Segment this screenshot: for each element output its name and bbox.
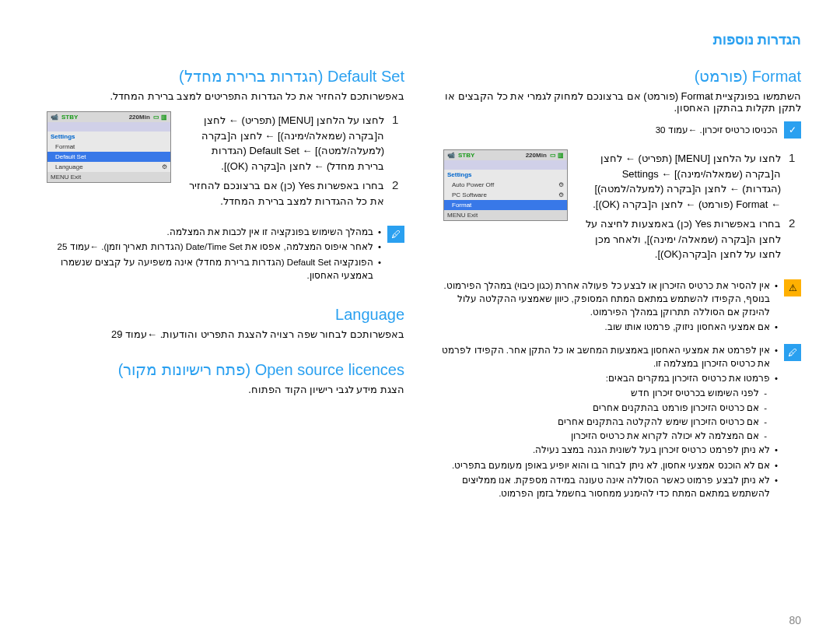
time-label: 220Min <box>526 152 547 159</box>
screen-item: Auto Power Off⚙ <box>444 180 567 190</box>
screen-item: Format <box>47 142 170 152</box>
format-step2: בחרו באפשרות Yes (כן) באמצעות לחיצה על ל… <box>582 216 781 262</box>
camera-screen-default: 📹 STBY 220Min ▭ ▥ Settings Format Defaul… <box>47 111 171 183</box>
default-step1: לחצו על הלחצן [MENU] (תפריט) ← לחצן ה[בק… <box>185 113 384 174</box>
screen-side: Settings <box>444 170 567 180</box>
note-text: הכניסו כרטיס זיכרון. ←עמוד 30 <box>656 125 778 135</box>
card-icon: ▭ ▥ <box>153 114 167 121</box>
screen-icon: 📹 <box>447 152 455 159</box>
stby-label: STBY <box>458 152 474 159</box>
time-label: 220Min <box>129 114 150 121</box>
warning-text: •אין להסיר את כרטיס הזיכרון או לבצע כל פ… <box>436 279 778 336</box>
step-number: 2 <box>392 178 404 209</box>
licences-title: Open source licences (פתח רישיונות מקור) <box>39 360 404 379</box>
screen-exit: MENU Exit <box>444 210 567 220</box>
stby-label: STBY <box>61 114 78 121</box>
step-number: 2 <box>789 216 801 262</box>
info-icon: 🖊 <box>784 344 801 361</box>
default-info: •במהלך השימוש בפונקציה זו אין לכבות את ה… <box>39 226 381 284</box>
format-step1: לחצו על הלחצן [MENU] (תפריט) ← לחצן ה[בק… <box>582 151 781 212</box>
screen-item-selected: Format <box>444 200 567 210</box>
info-text: •אין לפרמט את אמצעי האחסון באמצעות המחשב… <box>436 344 778 503</box>
format-title: Format (פורמט) <box>436 67 801 86</box>
column-left: Default Set (הגדרות ברירת מחדל) באפשרותכ… <box>39 67 404 510</box>
warning-icon: ⚠ <box>784 279 801 296</box>
language-title: Language <box>39 306 404 324</box>
step-number: 1 <box>392 113 404 174</box>
card-icon: ▭ ▥ <box>550 152 564 159</box>
camera-screen-format: 📹 STBY 220Min ▭ ▥ Settings Auto Power Of… <box>443 149 568 221</box>
page-header: הגדרות נוספות <box>39 31 801 48</box>
default-set-title: Default Set (הגדרות ברירת מחדל) <box>39 67 404 86</box>
screen-side: Settings <box>47 132 170 142</box>
screen-item-selected: Default Set <box>47 152 170 162</box>
screen-item: PC Software⚙ <box>444 190 567 200</box>
screen-item: Language⚙ <box>47 162 170 172</box>
licences-desc: הצגת מידע לגבי רישיון הקוד הפתוח. <box>39 384 404 395</box>
default-set-desc: באפשרותכם להחזיר את כל הגדרות התפריטים ל… <box>39 90 404 102</box>
language-desc: באפשרותכם לבחור שפה רצויה להצגת התפריט ו… <box>39 328 404 340</box>
default-step2: בחרו באפשרות Yes (כן) אם ברצונכם להחזיר … <box>185 178 384 209</box>
page-number: 80 <box>789 614 801 626</box>
info-icon: 🖊 <box>387 226 404 243</box>
format-desc: השתמשו בפונקציית Format (פורמט) אם ברצונ… <box>436 90 801 114</box>
step-number: 1 <box>789 151 801 212</box>
screen-exit: MENU Exit <box>47 172 170 182</box>
screen-icon: 📹 <box>51 114 58 121</box>
column-right: Format (פורמט) השתמשו בפונקציית Format (… <box>436 67 801 510</box>
note-icon: ✓ <box>784 121 801 139</box>
